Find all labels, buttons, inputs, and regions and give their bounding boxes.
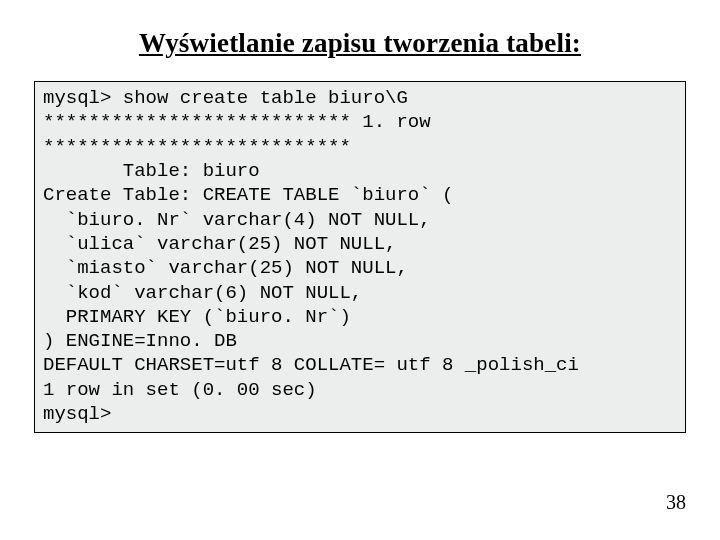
code-line: DEFAULT CHARSET=utf 8 COLLATE= utf 8 _po… — [43, 354, 579, 376]
code-line: *************************** 1. row — [43, 111, 431, 133]
code-line: `biuro. Nr` varchar(4) NOT NULL, — [43, 209, 431, 231]
code-line: `ulica` varchar(25) NOT NULL, — [43, 233, 396, 255]
page-number: 38 — [666, 491, 686, 514]
code-line: mysql> — [43, 403, 111, 425]
slide-title: Wyświetlanie zapisu tworzenia tabeli: — [34, 28, 686, 59]
code-block: mysql> show create table biuro\G *******… — [34, 81, 686, 433]
code-line: 1 row in set (0. 00 sec) — [43, 379, 317, 401]
code-line: Table: biuro — [43, 160, 260, 182]
code-line: Create Table: CREATE TABLE `biuro` ( — [43, 184, 453, 206]
code-line: PRIMARY KEY (`biuro. Nr`) — [43, 306, 351, 328]
code-line: ) ENGINE=Inno. DB — [43, 330, 237, 352]
code-line: `kod` varchar(6) NOT NULL, — [43, 282, 362, 304]
slide: Wyświetlanie zapisu tworzenia tabeli: my… — [0, 0, 720, 540]
code-line: *************************** — [43, 136, 351, 158]
code-line: `miasto` varchar(25) NOT NULL, — [43, 257, 408, 279]
code-line: mysql> show create table biuro\G — [43, 87, 408, 109]
